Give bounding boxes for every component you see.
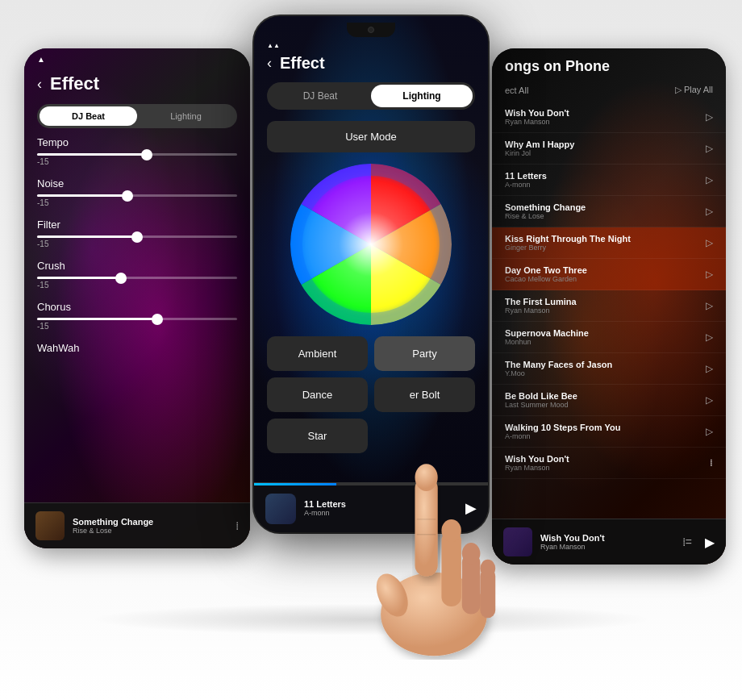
play-icon-7[interactable]: ▷ <box>706 300 713 311</box>
left-header: ‹ Effect <box>24 70 250 101</box>
song-title-3: 11 Letters <box>505 171 706 181</box>
tempo-track[interactable] <box>37 153 237 156</box>
crush-track[interactable] <box>37 277 237 279</box>
song-item-7[interactable]: The First Lumina Ryan Manson ▷ <box>492 290 726 322</box>
song-info-8: Supernova Machine Monhun <box>505 328 706 346</box>
song-info-9: The Many Faces of Jason Y.Moo <box>505 360 706 377</box>
left-track-info: Something Change Rise & Lose <box>73 517 227 535</box>
noise-control: Noise -15 <box>37 177 237 207</box>
play-icon-4[interactable]: ▷ <box>706 206 713 217</box>
song-title-10: Be Bold Like Bee <box>505 391 706 401</box>
back-icon[interactable]: ‹ <box>37 76 42 93</box>
crush-value: -15 <box>37 281 237 290</box>
left-status-bar: ▲ <box>24 48 250 70</box>
noise-track[interactable] <box>37 194 237 197</box>
right-track-title: Wish You Don't <box>540 533 674 543</box>
svg-point-4 <box>415 464 437 491</box>
center-back-icon[interactable]: ‹ <box>267 55 272 72</box>
filter-thumb[interactable] <box>131 231 143 243</box>
song-info-5: Kiss Right Through The Night Ginger Berr… <box>505 234 706 252</box>
left-bottom-bar: Something Change Rise & Lose ⁞ <box>24 502 250 548</box>
play-icon-11[interactable]: ▷ <box>706 426 713 437</box>
noise-thumb[interactable] <box>122 190 133 202</box>
tempo-label: Tempo <box>37 136 237 148</box>
right-header-title: ongs on Phone <box>505 58 713 75</box>
song-title-8: Supernova Machine <box>505 328 706 338</box>
song-item-6[interactable]: Day One Two Three Cacao Mellow Garden ▷ <box>492 259 726 290</box>
song-info-2: Why Am I Happy Kirin Jol <box>505 140 706 157</box>
play-icon-12[interactable]: ⁞ <box>710 457 713 469</box>
right-track-info: Wish You Don't Ryan Manson <box>540 533 674 551</box>
select-all-btn[interactable]: ect All <box>505 85 528 95</box>
svg-rect-5 <box>441 531 461 606</box>
svg-rect-3 <box>415 477 437 576</box>
hand-svg <box>329 402 539 660</box>
color-wheel-svg <box>290 164 452 325</box>
right-track-artist: Ryan Manson <box>540 543 674 551</box>
song-title-6: Day One Two Three <box>505 265 706 275</box>
song-item-1[interactable]: Wish You Don't Ryan Manson ▷ <box>492 102 726 133</box>
song-title-9: The Many Faces of Jason <box>505 360 706 369</box>
song-info-1: Wish You Don't Ryan Manson <box>505 108 706 126</box>
song-item-3[interactable]: 11 Letters A-monn ▷ <box>492 165 726 196</box>
noise-fill <box>37 194 127 197</box>
chorus-fill <box>37 318 157 320</box>
color-wheel[interactable] <box>290 164 452 325</box>
center-tab-lighting[interactable]: Lighting <box>371 85 473 107</box>
play-all-btn[interactable]: ▷ Play All <box>675 85 713 95</box>
song-item-8[interactable]: Supernova Machine Monhun ▷ <box>492 322 726 353</box>
song-item-9[interactable]: The Many Faces of Jason Y.Moo ▷ <box>492 353 726 385</box>
play-icon-1[interactable]: ▷ <box>706 111 713 123</box>
chorus-track[interactable] <box>37 318 237 320</box>
right-header: ongs on Phone <box>492 48 726 81</box>
svg-point-6 <box>441 519 461 542</box>
wifi-icon: ▲▲ <box>267 42 280 49</box>
left-tab-djbeat[interactable]: DJ Beat <box>40 106 137 126</box>
svg-point-8 <box>462 543 481 564</box>
song-info-7: The First Lumina Ryan Manson <box>505 297 706 315</box>
song-artist-6: Cacao Mellow Garden <box>505 275 706 283</box>
filter-track[interactable] <box>37 235 237 238</box>
progress-bar-inner <box>254 483 336 485</box>
song-title-4: Something Change <box>505 202 706 212</box>
noise-label: Noise <box>37 177 237 190</box>
chorus-thumb[interactable] <box>152 314 163 325</box>
filter-control: Filter -15 <box>37 219 237 248</box>
effect-party[interactable]: Party <box>374 336 475 371</box>
play-icon-2[interactable]: ▷ <box>706 143 713 154</box>
effect-ambient[interactable]: Ambient <box>267 336 368 371</box>
play-icon-5[interactable]: ▷ <box>706 237 713 248</box>
play-icon-8[interactable]: ▷ <box>706 331 713 343</box>
left-tab-lighting[interactable]: Lighting <box>137 106 235 126</box>
play-icon-6[interactable]: ▷ <box>706 269 713 280</box>
user-mode-button[interactable]: User Mode <box>267 121 475 152</box>
play-icon-10[interactable]: ▷ <box>706 394 713 406</box>
queue-icon-right[interactable]: ⁞= <box>682 535 692 548</box>
chorus-label: Chorus <box>37 301 237 313</box>
center-tabs: DJ Beat Lighting <box>267 82 475 110</box>
play-icon-9[interactable]: ▷ <box>706 363 713 374</box>
crush-label: Crush <box>37 260 237 272</box>
left-track-title: Something Change <box>73 517 227 527</box>
song-artist-9: Y.Moo <box>505 369 706 377</box>
crush-fill <box>37 277 121 279</box>
song-item-5[interactable]: Kiss Right Through The Night Ginger Berr… <box>492 227 726 259</box>
song-title-1: Wish You Don't <box>505 108 706 118</box>
play-icon-right[interactable]: ▶ <box>705 535 715 550</box>
noise-value: -15 <box>37 198 237 207</box>
phone-left: ▲ ‹ Effect DJ Beat Lighting Tempo -15 No… <box>24 48 250 548</box>
signal-icon: ▲ <box>37 55 45 64</box>
song-info-4: Something Change Rise & Lose <box>505 202 706 220</box>
play-icon-3[interactable]: ▷ <box>706 174 713 185</box>
song-item-2[interactable]: Why Am I Happy Kirin Jol ▷ <box>492 133 726 165</box>
center-tab-djbeat[interactable]: DJ Beat <box>269 85 371 107</box>
song-item-4[interactable]: Something Change Rise & Lose ▷ <box>492 196 726 227</box>
song-title-5: Kiss Right Through The Night <box>505 234 706 244</box>
camera-dot <box>368 27 374 33</box>
queue-icon[interactable]: ⁞ <box>236 519 239 532</box>
song-info-3: 11 Letters A-monn <box>505 171 706 189</box>
wahwah-label: WahWah <box>37 342 237 354</box>
song-title-7: The First Lumina <box>505 297 706 306</box>
tempo-fill <box>37 153 147 156</box>
chorus-control: Chorus -15 <box>37 301 237 331</box>
